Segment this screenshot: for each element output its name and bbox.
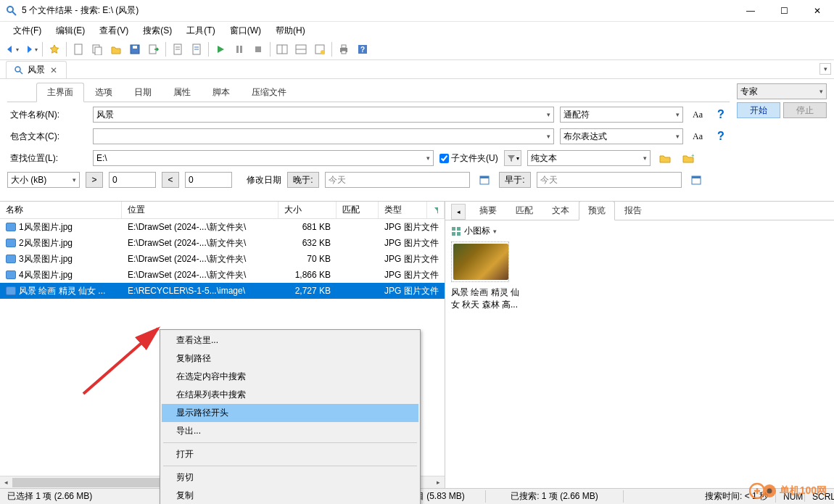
layout2-button[interactable] <box>292 41 310 58</box>
maximize-button[interactable]: ☐ <box>767 0 801 22</box>
size-gt-input[interactable]: 0 <box>109 172 156 188</box>
preview-tab-4[interactable]: 报告 <box>615 202 651 220</box>
menu-help[interactable]: 帮助(H) <box>270 23 311 38</box>
pause-button[interactable] <box>231 41 248 58</box>
print-button[interactable] <box>335 41 352 58</box>
filter-button[interactable]: ▾ <box>504 150 521 166</box>
col-name[interactable]: 名称 <box>0 202 122 218</box>
play-button[interactable] <box>212 41 229 58</box>
before-calendar-icon[interactable] <box>688 172 705 188</box>
context-item-0[interactable]: 查看这里... <box>162 331 418 350</box>
context-item-3[interactable]: 在结果列表中搜索 <box>162 386 418 404</box>
doc1-button[interactable] <box>169 41 186 58</box>
tab-close-icon[interactable]: ✕ <box>49 65 59 75</box>
context-item-8[interactable]: 复制 <box>162 487 418 504</box>
preview-tab-3[interactable]: 预览 <box>579 202 615 220</box>
save-button[interactable] <box>126 41 144 58</box>
refresh-button[interactable] <box>311 41 329 58</box>
before-input[interactable]: 今天 <box>537 172 682 188</box>
form-subtabs: 主界面选项日期属性脚本压缩文件 <box>7 83 730 102</box>
export-button[interactable] <box>145 41 162 58</box>
size-unit-select[interactable]: 大小 (kB)▾ <box>7 172 80 188</box>
copy-button[interactable] <box>88 41 106 58</box>
text-mode-select[interactable]: 纯文本▾ <box>527 150 651 166</box>
case-sensitive-toggle-2[interactable]: Aa <box>689 128 706 144</box>
lookin-input[interactable]: E:\▾ <box>93 150 434 166</box>
close-button[interactable]: ✕ <box>801 0 834 22</box>
minimize-button[interactable]: — <box>734 0 767 22</box>
grid-icon <box>451 226 461 236</box>
menu-edit[interactable]: 编辑(E) <box>50 23 91 38</box>
start-button[interactable]: 开始 <box>737 102 780 118</box>
before-button[interactable]: 早于: <box>499 172 531 188</box>
favorites-button[interactable] <box>46 41 63 58</box>
preview-panel: ◂ 摘要匹配文本预览报告 小图标 ▾ 风景 绘画 精灵 仙 女 秋天 森林 高.… <box>445 202 834 488</box>
help-button[interactable]: ? <box>354 41 371 58</box>
back-button[interactable]: ▾ <box>3 41 20 58</box>
context-item-2[interactable]: 在选定内容中搜索 <box>162 368 418 386</box>
forward-button[interactable]: ▾ <box>22 41 39 58</box>
subtab-3[interactable]: 属性 <box>162 83 202 102</box>
contains-help-icon[interactable]: ? <box>712 128 730 144</box>
scroll-thumb[interactable] <box>12 478 181 487</box>
context-item-4[interactable]: 显示路径开头 <box>162 404 418 422</box>
stop-button[interactable]: 停止 <box>783 102 827 118</box>
tab-dropdown-button[interactable]: ▾ <box>819 63 831 75</box>
after-button[interactable]: 晚于: <box>287 172 319 188</box>
document-tab[interactable]: 风景 ✕ <box>6 61 67 78</box>
after-input[interactable]: 今天 <box>325 172 470 188</box>
add-folder-button[interactable]: + <box>680 150 697 166</box>
subtab-5[interactable]: 压缩文件 <box>241 83 297 102</box>
menu-view[interactable]: 查看(V) <box>94 23 134 38</box>
size-lt-input[interactable]: 0 <box>185 172 232 188</box>
filter-icon[interactable] <box>427 202 445 218</box>
size-lt-button[interactable]: < <box>162 172 179 188</box>
view-mode-selector[interactable]: 小图标 ▾ <box>451 223 828 241</box>
menu-tools[interactable]: 工具(T) <box>181 23 220 38</box>
result-row[interactable]: 风景 绘画 精灵 仙女 ...E:\RECYCLER\S-1-5...\imag… <box>0 283 445 299</box>
result-row[interactable]: 4风景图片.jpgE:\DrawSet (2024-...\新文件夹\1,866… <box>0 267 445 283</box>
filename-mode-select[interactable]: 通配符▾ <box>560 107 683 123</box>
result-row[interactable]: 2风景图片.jpgE:\DrawSet (2024-...\新文件夹\632 K… <box>0 235 445 251</box>
browse-folder-button[interactable] <box>656 150 674 166</box>
filename-help-icon[interactable]: ? <box>712 107 730 123</box>
result-row[interactable]: 1风景图片.jpgE:\DrawSet (2024-...\新文件夹\681 K… <box>0 219 445 235</box>
col-location[interactable]: 位置 <box>122 202 278 218</box>
menu-search[interactable]: 搜索(S) <box>137 23 178 38</box>
preview-back-button[interactable]: ◂ <box>451 204 466 220</box>
preview-tab-1[interactable]: 匹配 <box>506 202 542 220</box>
context-item-5[interactable]: 导出... <box>162 422 418 440</box>
preview-tab-2[interactable]: 文本 <box>542 202 579 220</box>
scroll-right-icon[interactable]: ▸ <box>432 476 445 489</box>
after-calendar-icon[interactable] <box>476 172 493 188</box>
context-item-6[interactable]: 打开 <box>162 445 418 463</box>
subtab-0[interactable]: 主界面 <box>36 83 84 102</box>
size-gt-button[interactable]: > <box>86 172 103 188</box>
subtab-4[interactable]: 脚本 <box>202 83 241 102</box>
tab-label: 风景 <box>28 64 45 76</box>
layout1-button[interactable] <box>273 41 291 58</box>
contains-input[interactable]: ▾ <box>93 128 554 144</box>
context-item-1[interactable]: 复制路径 <box>162 350 418 368</box>
expert-mode-select[interactable]: 专家▾ <box>737 83 827 99</box>
subtab-2[interactable]: 日期 <box>123 83 162 102</box>
menu-file[interactable]: 文件(F) <box>7 23 47 38</box>
preview-tab-0[interactable]: 摘要 <box>470 202 506 220</box>
menu-window[interactable]: 窗口(W) <box>224 23 267 38</box>
result-row[interactable]: 3风景图片.jpgE:\DrawSet (2024-...\新文件夹\70 KB… <box>0 251 445 267</box>
doc2-button[interactable] <box>188 41 205 58</box>
subtab-1[interactable]: 选项 <box>84 83 123 102</box>
case-sensitive-toggle[interactable]: Aa <box>689 107 706 123</box>
col-match[interactable]: 匹配 <box>337 202 379 218</box>
subfolders-checkbox[interactable]: 子文件夹(U) <box>439 152 498 165</box>
filename-input[interactable]: 风景▾ <box>93 107 554 123</box>
context-item-7[interactable]: 剪切 <box>162 468 418 487</box>
col-type[interactable]: 类型 <box>379 202 427 218</box>
col-size[interactable]: 大小 <box>278 202 337 218</box>
new-doc-button[interactable] <box>70 41 87 58</box>
scroll-left-icon[interactable]: ◂ <box>0 476 12 489</box>
thumbnail-item[interactable] <box>451 241 509 282</box>
open-button[interactable] <box>107 41 125 58</box>
stop-button[interactable] <box>249 41 267 58</box>
contains-mode-select[interactable]: 布尔表达式▾ <box>560 128 683 144</box>
